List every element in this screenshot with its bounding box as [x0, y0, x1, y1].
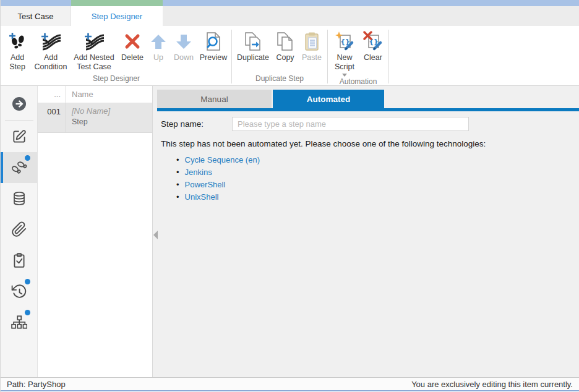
collapse-panel-icon[interactable] [153, 231, 158, 239]
ribbon-group-label-duplicate-step: Duplicate Step [234, 74, 325, 85]
history-icon [11, 283, 27, 299]
app-window: Test Case Step Designer [0, 0, 579, 392]
active-tab-accent [71, 0, 163, 6]
steps-icon [11, 159, 28, 176]
tab-step-designer[interactable]: Step Designer [71, 6, 163, 26]
add-condition-icon [40, 30, 61, 53]
technology-link-unixshell[interactable]: UnixShell [185, 192, 219, 202]
sidebar-item-navigate[interactable] [1, 88, 37, 119]
ribbon-group-label-step-designer: Step Designer [3, 74, 229, 85]
technology-link-jenkins[interactable]: Jenkins [185, 168, 212, 177]
add-step-label: Add Step [5, 53, 30, 72]
add-step-icon [7, 30, 27, 53]
step-name-input[interactable] [232, 117, 469, 131]
copy-button[interactable]: Copy [272, 29, 298, 63]
add-nested-test-case-label: Add Nested Test Case [72, 53, 116, 72]
move-up-button: Up [147, 29, 170, 63]
history-badge [25, 279, 30, 284]
tab-bar-filler [163, 6, 579, 26]
ribbon-separator [388, 30, 389, 83]
steps-list-panel: ... Name 001 [No Name] Step [38, 86, 153, 377]
copy-label: Copy [276, 53, 294, 62]
technology-list-item: • Cycle Sequence (en) [176, 155, 579, 164]
technology-list: • Cycle Sequence (en) • Jenkins • PowerS… [176, 155, 579, 202]
database-icon [11, 190, 27, 207]
steps-list-header: ... Name [38, 86, 152, 103]
new-script-button[interactable]: {} New Script [330, 29, 359, 77]
column-header-index[interactable]: ... [38, 86, 66, 103]
delete-button[interactable]: Delete [118, 29, 147, 63]
tab-step-designer-label: Step Designer [92, 12, 142, 21]
technology-link-powershell[interactable]: PowerShell [185, 180, 226, 189]
delete-label: Delete [121, 53, 144, 62]
edit-icon [11, 129, 27, 145]
attachment-icon [11, 221, 27, 237]
bullet-icon: • [176, 181, 179, 189]
bullet-icon: • [176, 168, 179, 176]
sidebar-item-hierarchy[interactable] [1, 307, 37, 338]
technology-list-item: • UnixShell [176, 192, 579, 202]
add-condition-button[interactable]: Add Condition [32, 29, 70, 72]
ribbon-separator [231, 30, 232, 83]
navigation-sidebar [1, 86, 38, 377]
tab-automated-label: Automated [307, 95, 351, 104]
new-script-dropdown-arrow-icon[interactable] [342, 74, 347, 77]
ribbon-group-step-designer: Add Step Add Condition [3, 28, 229, 85]
steps-badge [25, 155, 30, 161]
tasks-clipboard-icon [11, 252, 27, 268]
clear-script-icon: {} [363, 30, 383, 53]
clear-script-button[interactable]: {} Clear [359, 29, 387, 63]
copy-icon [275, 30, 295, 53]
automation-message: This step has not been automated yet. Pl… [161, 139, 579, 148]
new-script-icon: {} [335, 30, 354, 53]
column-header-name[interactable]: Name [66, 86, 93, 103]
sidebar-item-attachments[interactable] [1, 214, 37, 245]
document-tab-bar: Test Case Step Designer [1, 6, 579, 26]
ribbon-group-automation: {} New Script {} [330, 28, 387, 85]
bottom-accent-strip [1, 390, 579, 391]
ribbon-separator [327, 30, 328, 83]
delete-icon [124, 30, 141, 53]
add-nested-test-case-button[interactable]: Add Nested Test Case [70, 29, 118, 72]
new-script-label: New Script [332, 53, 358, 72]
step-row[interactable]: 001 [No Name] Step [38, 103, 152, 133]
down-arrow-icon [175, 30, 192, 53]
status-path: Path: PartyShop [7, 380, 66, 389]
sidebar-item-steps[interactable] [1, 152, 37, 183]
tab-automated[interactable]: Automated [273, 90, 384, 108]
sidebar-item-data[interactable] [1, 183, 37, 214]
content-area: ... Name 001 [No Name] Step Manual Autom… [1, 86, 579, 377]
add-nested-test-case-icon [84, 30, 105, 53]
preview-button[interactable]: Preview [197, 29, 229, 63]
sidebar-item-history[interactable] [1, 276, 37, 307]
add-step-button[interactable]: Add Step [3, 29, 32, 72]
tab-manual[interactable]: Manual [157, 90, 272, 108]
navigate-circle-icon [11, 95, 28, 113]
duplicate-icon [243, 30, 263, 53]
move-up-label: Up [153, 53, 163, 62]
tab-manual-label: Manual [200, 95, 228, 104]
ribbon-group-duplicate-step: Duplicate Copy [234, 28, 325, 85]
ribbon-toolbar: Add Step Add Condition [1, 26, 579, 86]
preview-icon [204, 30, 223, 53]
technology-list-item: • PowerShell [176, 180, 579, 189]
paste-button: Paste [298, 29, 325, 63]
preview-label: Preview [200, 53, 227, 62]
sidebar-item-edit[interactable] [1, 121, 37, 152]
technology-link-cycle-sequence[interactable]: Cycle Sequence (en) [185, 155, 260, 164]
editor-tab-bar: Manual Automated [157, 90, 579, 108]
up-arrow-icon [150, 30, 167, 53]
duplicate-button[interactable]: Duplicate [234, 29, 272, 63]
bullet-icon: • [176, 156, 179, 164]
step-row-name: [No Name] [72, 106, 110, 116]
duplicate-label: Duplicate [237, 53, 269, 62]
sidebar-item-tasks[interactable] [1, 245, 37, 276]
tab-test-case[interactable]: Test Case [1, 6, 71, 26]
move-down-label: Down [174, 53, 194, 62]
status-editing-message: You are exclusively editing this item cu… [411, 380, 573, 389]
bullet-icon: • [176, 193, 179, 201]
tab-test-case-label: Test Case [18, 12, 54, 21]
add-condition-label: Add Condition [33, 53, 68, 72]
step-editor-panel: Manual Automated Step name: This step ha… [153, 86, 579, 377]
sidebar-divider [5, 120, 33, 121]
